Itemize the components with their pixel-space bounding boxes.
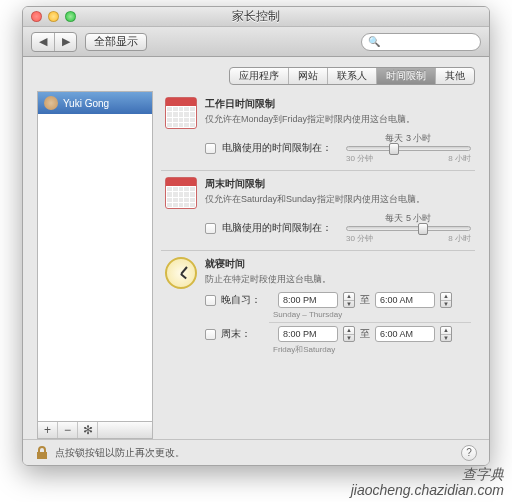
showall-button[interactable]: 全部显示 [85,33,147,51]
weekend-desc: 仅允许在Saturday和Sunday指定时限内使用这台电脑。 [205,193,471,206]
footer: 点按锁按钮以防止再次更改。 ? [23,439,489,465]
slider-thumb-icon[interactable] [418,223,428,235]
weekday-slider-value: 每天 3 小时 [346,132,471,145]
titlebar: 家长控制 [23,7,489,27]
tabs-row: 应用程序 网站 联系人 时间限制 其他 [23,57,489,85]
toolbar: ◀ ▶ 全部显示 🔍 [23,27,489,57]
weekendnight-row: 周末： 8:00 PM ▲▼ 至 6:00 AM ▲▼ [205,326,471,342]
schoolnight-row: 晚自习： 8:00 PM ▲▼ 至 6:00 AM ▲▼ [205,292,471,308]
prefs-window: 家长控制 ◀ ▶ 全部显示 🔍 应用程序 网站 联系人 时间限制 其他 [22,6,490,466]
calendar-icon [165,177,197,209]
schoolnight-label: 晚自习： [221,293,273,307]
weekend-slider[interactable] [346,226,471,231]
tab-other[interactable]: 其他 [435,68,474,84]
remove-user-button[interactable]: − [58,422,78,438]
bedtime-desc: 防止在特定时段使用这台电脑。 [205,273,471,286]
nav-group: ◀ ▶ [31,32,77,52]
weekend-title: 周末时间限制 [205,177,471,191]
avatar-icon [44,96,58,110]
stepper[interactable]: ▲▼ [440,326,452,342]
bedtime-section: 就寝时间 防止在特定时段使用这台电脑。 晚自习： 8:00 PM ▲▼ 至 6:… [161,250,475,363]
divider [269,322,471,323]
tab-apps[interactable]: 应用程序 [230,68,288,84]
weekendnight-start[interactable]: 8:00 PM [278,326,338,342]
tab-people[interactable]: 联系人 [327,68,376,84]
schoolnight-start[interactable]: 8:00 PM [278,292,338,308]
weekday-title: 工作日时间限制 [205,97,471,111]
add-user-button[interactable]: + [38,422,58,438]
weekday-desc: 仅允许在Monday到Friday指定时限内使用这台电脑。 [205,113,471,126]
weekendnight-label: 周末： [221,327,273,341]
main-panel: 工作日时间限制 仅允许在Monday到Friday指定时限内使用这台电脑。 电脑… [161,91,475,439]
schoolnight-end[interactable]: 6:00 AM [375,292,435,308]
help-button[interactable]: ? [461,445,477,461]
user-list[interactable]: Yuki Gong [37,91,153,421]
weekend-limit-label: 电脑使用的时间限制在： [222,221,332,235]
forward-button[interactable]: ▶ [54,33,76,51]
weekday-section: 工作日时间限制 仅允许在Monday到Friday指定时限内使用这台电脑。 电脑… [161,91,475,170]
bedtime-title: 就寝时间 [205,257,471,271]
weekend-section: 周末时间限制 仅允许在Saturday和Sunday指定时限内使用这台电脑。 电… [161,170,475,250]
clock-icon [165,257,197,289]
schoolnight-checkbox[interactable] [205,295,216,306]
tab-web[interactable]: 网站 [288,68,327,84]
tabset: 应用程序 网站 联系人 时间限制 其他 [229,67,475,85]
weekendnight-checkbox[interactable] [205,329,216,340]
weekday-slider[interactable] [346,146,471,151]
lock-text: 点按锁按钮以防止再次更改。 [55,446,185,460]
back-button[interactable]: ◀ [32,33,54,51]
search-icon: 🔍 [368,36,380,47]
sidebar: Yuki Gong + − ✻ [37,91,153,439]
slider-thumb-icon[interactable] [389,143,399,155]
weekend-limit-checkbox[interactable] [205,223,216,234]
weekday-limit-label: 电脑使用的时间限制在： [222,141,332,155]
user-name: Yuki Gong [63,98,109,109]
weekendnight-end[interactable]: 6:00 AM [375,326,435,342]
weekday-limit-checkbox[interactable] [205,143,216,154]
action-menu-button[interactable]: ✻ [78,422,98,438]
weekendnight-sub: Friday和Saturday [273,344,471,355]
weekend-slider-value: 每天 5 小时 [346,212,471,225]
user-row[interactable]: Yuki Gong [38,92,152,114]
content: 应用程序 网站 联系人 时间限制 其他 Yuki Gong + − ✻ [23,57,489,465]
sidebar-footer: + − ✻ [37,421,153,439]
stepper[interactable]: ▲▼ [343,326,355,342]
stepper[interactable]: ▲▼ [440,292,452,308]
schoolnight-sub: Sunday – Thursday [273,310,471,319]
lock-icon[interactable] [35,446,49,460]
tab-timelimits[interactable]: 时间限制 [376,68,435,84]
search-input[interactable]: 🔍 [361,33,481,51]
calendar-icon [165,97,197,129]
stepper[interactable]: ▲▼ [343,292,355,308]
watermark: 查字典 jiaocheng.chazidian.com [351,467,504,498]
window-title: 家长控制 [23,8,489,25]
